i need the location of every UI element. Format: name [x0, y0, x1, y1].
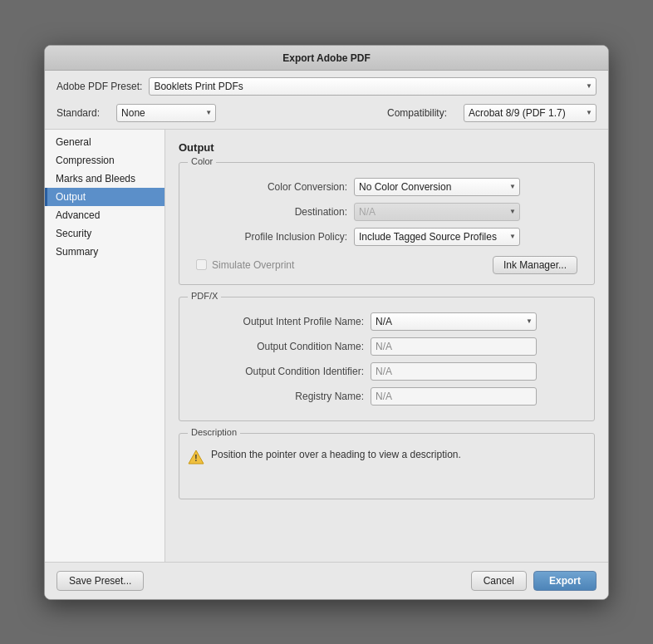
sidebar-item-marks-bleeds[interactable]: Marks and Bleeds: [45, 170, 164, 188]
simulate-overprint-label: Simulate Overprint: [212, 259, 294, 271]
content-area: General Compression Marks and Bleeds Out…: [45, 130, 608, 562]
preset-row: Adobe PDF Preset: Booklets Print PDFs: [56, 77, 597, 96]
output-condition-id-row: Output Condition Identifier:: [188, 362, 586, 381]
color-group: Color Color Conversion: No Color Convers…: [179, 162, 595, 285]
simulate-overprint-checkbox[interactable]: [196, 259, 207, 270]
section-title: Output: [179, 141, 595, 154]
toolbar: Adobe PDF Preset: Booklets Print PDFs St…: [45, 71, 608, 130]
color-group-legend: Color: [188, 156, 216, 166]
output-intent-select[interactable]: N/A: [371, 312, 537, 331]
registry-name-row: Registry Name:: [188, 387, 586, 406]
profile-inclusion-select-wrapper: Include Tagged Source Profiles: [354, 228, 520, 246]
dialog-title: Export Adobe PDF: [282, 52, 371, 64]
color-conversion-label: Color Conversion:: [188, 181, 354, 193]
pdfx-group-legend: PDF/X: [188, 291, 221, 301]
sidebar: General Compression Marks and Bleeds Out…: [45, 130, 165, 562]
title-bar: Export Adobe PDF: [45, 46, 608, 71]
warning-icon: !: [188, 450, 204, 465]
registry-name-input[interactable]: [371, 387, 537, 406]
standard-select-wrapper: None: [116, 104, 216, 122]
destination-select[interactable]: N/A: [354, 203, 520, 221]
preset-select[interactable]: Booklets Print PDFs: [149, 77, 597, 96]
color-conversion-select-wrapper: No Color Conversion: [354, 178, 520, 196]
pdfx-group-content: Output Intent Profile Name: N/A Output C…: [179, 301, 594, 420]
destination-label: Destination:: [188, 206, 354, 218]
main-panel: Output Color Color Conversion: No Color …: [165, 130, 608, 562]
compatibility-label: Compatibility:: [387, 107, 447, 119]
profile-inclusion-label: Profile Inclusion Policy:: [188, 231, 354, 243]
destination-select-wrapper: N/A: [354, 203, 520, 221]
ink-manager-button[interactable]: Ink Manager...: [493, 256, 577, 274]
description-group-legend: Description: [188, 427, 240, 437]
color-conversion-row: Color Conversion: No Color Conversion: [188, 178, 586, 196]
description-content: ! Position the pointer over a heading to…: [179, 437, 594, 473]
sidebar-item-compression[interactable]: Compression: [45, 151, 164, 170]
simulate-overprint-row: Simulate Overprint: [188, 256, 302, 274]
output-intent-select-wrapper: N/A: [371, 312, 537, 331]
footer: Save Preset... Cancel Export: [45, 562, 608, 599]
footer-right-buttons: Cancel Export: [471, 571, 597, 591]
sidebar-item-output[interactable]: Output: [45, 188, 164, 206]
description-text: Position the pointer over a heading to v…: [211, 449, 461, 460]
export-button[interactable]: Export: [533, 571, 597, 591]
profile-inclusion-select[interactable]: Include Tagged Source Profiles: [354, 228, 520, 246]
sidebar-item-security[interactable]: Security: [45, 224, 164, 243]
preset-select-wrapper: Booklets Print PDFs: [149, 77, 597, 96]
color-group-content: Color Conversion: No Color Conversion De…: [179, 166, 594, 284]
color-conversion-select[interactable]: No Color Conversion: [354, 178, 520, 196]
profile-inclusion-row: Profile Inclusion Policy: Include Tagged…: [188, 228, 586, 246]
svg-text:!: !: [194, 454, 197, 463]
standard-compatibility-row: Standard: None Compatibility: Acrobat 8/…: [56, 104, 597, 122]
compatibility-select[interactable]: Acrobat 8/9 (PDF 1.7): [464, 104, 597, 122]
output-intent-label: Output Intent Profile Name:: [188, 316, 371, 327]
sidebar-item-summary[interactable]: Summary: [45, 243, 164, 261]
pdfx-group: PDF/X Output Intent Profile Name: N/A Ou: [179, 297, 595, 421]
output-intent-row: Output Intent Profile Name: N/A: [188, 312, 586, 331]
standard-label: Standard:: [56, 107, 100, 119]
description-group: Description ! Position the pointer over …: [179, 433, 595, 499]
registry-name-label: Registry Name:: [188, 391, 371, 402]
sidebar-item-advanced[interactable]: Advanced: [45, 206, 164, 224]
output-condition-name-row: Output Condition Name:: [188, 337, 586, 356]
output-condition-name-input[interactable]: [371, 337, 537, 356]
cancel-button[interactable]: Cancel: [471, 571, 527, 591]
dialog: Export Adobe PDF Adobe PDF Preset: Bookl…: [44, 45, 609, 600]
compatibility-select-wrapper: Acrobat 8/9 (PDF 1.7): [464, 104, 597, 122]
destination-row: Destination: N/A: [188, 203, 586, 221]
preset-label: Adobe PDF Preset:: [56, 81, 142, 92]
output-condition-name-label: Output Condition Name:: [188, 341, 371, 352]
output-condition-id-input[interactable]: [371, 362, 537, 381]
sidebar-item-general[interactable]: General: [45, 133, 164, 151]
standard-select[interactable]: None: [116, 104, 216, 122]
save-preset-button[interactable]: Save Preset...: [56, 571, 144, 591]
output-condition-id-label: Output Condition Identifier:: [188, 366, 371, 377]
